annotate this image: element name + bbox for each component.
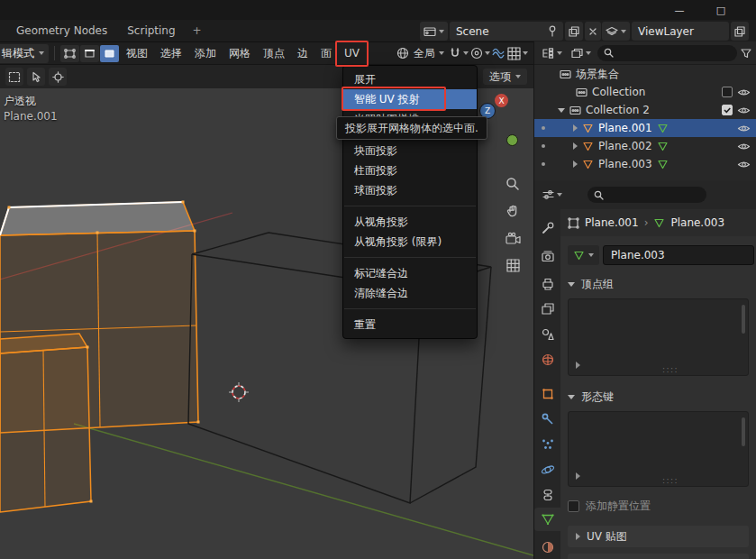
menu-item-sphere-projection[interactable]: 球面投影	[343, 180, 477, 200]
tab-particles[interactable]	[534, 433, 561, 456]
editor-type-button[interactable]	[539, 47, 565, 60]
expand-arrow-icon[interactable]	[573, 160, 578, 168]
browse-scene-button[interactable]	[420, 22, 448, 41]
menu-item-reset[interactable]: 重置	[343, 315, 477, 334]
maximize-button[interactable]: □	[702, 0, 740, 20]
outliner-row-plane-001[interactable]: Plane.001	[534, 119, 756, 137]
menu-vertex[interactable]: 顶点	[258, 42, 290, 65]
edge-select-mode-button[interactable]	[80, 45, 99, 62]
workspace-tab-geometry-nodes[interactable]: Geometry Nodes	[7, 22, 116, 40]
filter-funnel-icon[interactable]	[741, 48, 751, 59]
tab-render[interactable]	[534, 245, 561, 269]
list-tools-expand[interactable]	[576, 362, 580, 369]
menu-uv[interactable]: UV	[339, 42, 365, 65]
workspace-tab-scripting[interactable]: Scripting	[118, 22, 184, 40]
proportional-edit-icon[interactable]	[470, 47, 483, 60]
menu-item-cylinder-projection[interactable]: 柱面投影	[343, 160, 477, 180]
rest-position-checkbox[interactable]	[568, 500, 579, 512]
exclude-checkbox-checked[interactable]	[722, 105, 733, 115]
menu-item-unwrap[interactable]: 展开	[343, 69, 477, 89]
menu-edge[interactable]: 边	[292, 42, 314, 65]
tab-modifiers[interactable]	[534, 408, 561, 431]
face-select-mode-button[interactable]	[100, 45, 119, 62]
eye-icon[interactable]	[737, 160, 751, 170]
list-scrollbar[interactable]	[742, 305, 745, 334]
outliner-row-plane-002[interactable]: Plane.002	[534, 137, 756, 155]
eye-icon[interactable]	[737, 87, 751, 97]
outliner-row-collection[interactable]: Collection	[534, 83, 756, 101]
shape-keys-list[interactable]: ::::	[568, 411, 749, 487]
tweak-tool-button[interactable]	[27, 68, 45, 86]
list-scrollbar[interactable]	[742, 417, 745, 446]
camera-view-button[interactable]	[504, 229, 522, 247]
viewlayer-name-field[interactable]: ViewLayer	[632, 22, 729, 41]
list-tools-expand[interactable]	[576, 472, 580, 480]
new-viewlayer-button[interactable]	[731, 22, 749, 41]
tab-object[interactable]	[534, 382, 561, 406]
menu-item-mark-seam[interactable]: 标记缝合边	[343, 263, 477, 283]
delete-scene-button[interactable]	[585, 22, 601, 41]
tab-material[interactable]	[534, 536, 561, 559]
options-dropdown[interactable]: 选项	[483, 69, 527, 85]
pin-icon[interactable]	[548, 25, 557, 37]
vertex-groups-header[interactable]: 顶点组	[568, 277, 749, 292]
eye-icon[interactable]	[737, 105, 751, 115]
tab-output[interactable]	[534, 272, 561, 296]
expand-arrow-icon[interactable]	[573, 124, 578, 132]
overlays-grid-icon[interactable]	[507, 47, 521, 60]
menu-select[interactable]: 选择	[155, 42, 187, 65]
shape-keys-header[interactable]: 形态键	[568, 389, 749, 405]
menu-mesh[interactable]: 网格	[223, 42, 256, 65]
new-scene-button[interactable]	[565, 22, 583, 41]
snap-magnet-icon[interactable]	[449, 47, 461, 60]
vertex-groups-list[interactable]: ::::	[568, 298, 749, 376]
zoom-button[interactable]	[504, 175, 522, 193]
eye-icon[interactable]	[737, 142, 751, 151]
minimize-button[interactable]: —	[660, 0, 698, 20]
tab-view-layer[interactable]	[534, 298, 561, 321]
mesh-data-dropdown-button[interactable]	[568, 245, 599, 265]
mode-selector[interactable]: 辑模式	[0, 44, 49, 63]
menu-item-cube-projection[interactable]: 块面投影	[343, 141, 477, 160]
falloff-dropdown[interactable]	[485, 51, 490, 55]
menu-view[interactable]: 视图	[121, 42, 153, 65]
exclude-checkbox[interactable]	[722, 87, 733, 97]
menu-item-smart-uv-project[interactable]: 智能 UV 投射	[343, 89, 477, 109]
tab-physics[interactable]	[534, 458, 561, 481]
properties-search-input[interactable]	[587, 187, 706, 203]
tab-world[interactable]	[534, 348, 561, 371]
gizmo-axis-y[interactable]	[506, 134, 518, 146]
ortho-toggle-button[interactable]	[504, 256, 522, 274]
eye-icon[interactable]	[737, 124, 751, 133]
outliner-row-plane-003[interactable]: Plane.003	[534, 155, 756, 173]
tab-scene[interactable]	[534, 323, 561, 346]
orientation-dropdown[interactable]: 全局	[411, 46, 447, 61]
breadcrumb-data[interactable]: Plane.003	[670, 216, 724, 229]
viewport-overlay-icon[interactable]	[492, 48, 506, 59]
outliner-row-collection-2[interactable]: Collection 2	[534, 101, 756, 119]
menu-item-project-from-view-bounds[interactable]: 从视角投影 (限界)	[343, 232, 477, 252]
cursor-tool-button[interactable]	[49, 68, 67, 86]
display-mode-button[interactable]	[569, 47, 594, 60]
scene-name-field[interactable]: Scene	[450, 22, 563, 41]
gizmo-axis-x[interactable]: X	[495, 94, 508, 107]
menu-item-project-from-view[interactable]: 从视角投影	[343, 212, 477, 232]
snap-settings-dropdown[interactable]	[463, 51, 469, 55]
tab-object-data[interactable]	[534, 508, 561, 531]
add-workspace-button[interactable]: +	[187, 22, 208, 40]
color-attributes-panel-header[interactable]: 颜色属性	[568, 554, 749, 559]
outliner-row-scene-collection[interactable]: 场景集合	[534, 65, 756, 83]
menu-add[interactable]: 添加	[189, 42, 222, 65]
vertex-select-mode-button[interactable]	[60, 45, 79, 62]
outliner-search-input[interactable]	[597, 45, 737, 61]
uv-maps-panel-header[interactable]: UV 贴图	[568, 526, 749, 547]
tab-constraints[interactable]	[534, 483, 561, 507]
expand-arrow-icon[interactable]	[573, 142, 578, 150]
viewlayer-icon-button[interactable]	[602, 22, 630, 41]
collapse-arrow-icon[interactable]	[558, 108, 565, 113]
overlays-dropdown[interactable]	[523, 51, 528, 55]
menu-item-clear-seam[interactable]: 清除缝合边	[343, 283, 477, 303]
data-name-input[interactable]	[603, 245, 754, 265]
properties-editor-type-button[interactable]	[540, 188, 565, 201]
pan-button[interactable]	[504, 202, 522, 220]
